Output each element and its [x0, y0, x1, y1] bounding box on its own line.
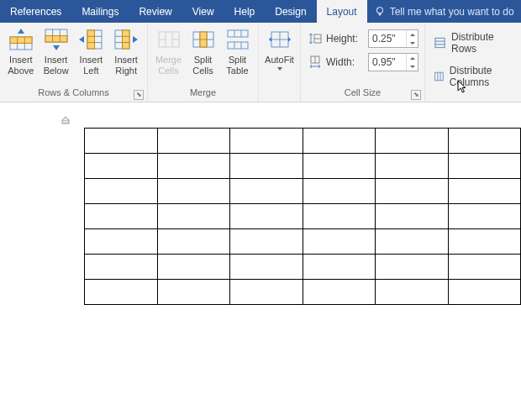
width-input-wrap[interactable] — [368, 53, 418, 71]
table-cell[interactable] — [157, 204, 230, 229]
table-cell[interactable] — [85, 179, 158, 204]
distribute-columns-button[interactable]: Distribute Columns — [434, 65, 518, 88]
table-cell[interactable] — [448, 179, 521, 204]
height-spin-down[interactable] — [407, 39, 418, 47]
table-cell[interactable] — [157, 129, 230, 154]
table-cell[interactable] — [376, 280, 449, 305]
table-row[interactable] — [85, 204, 521, 229]
svg-rect-27 — [123, 30, 130, 49]
table-cell[interactable] — [230, 179, 303, 204]
tab-layout[interactable]: Layout — [317, 0, 367, 23]
ribbon: InsertAbove InsertBelow — [0, 23, 521, 102]
group-rows-columns: InsertAbove InsertBelow — [0, 23, 148, 102]
table-cell[interactable] — [376, 204, 449, 229]
table-cell[interactable] — [157, 179, 230, 204]
width-spin-up[interactable] — [407, 54, 418, 62]
dropdown-arrow-icon — [277, 67, 282, 71]
table-cell[interactable] — [448, 154, 521, 179]
table-cell[interactable] — [376, 255, 449, 280]
split-cells-icon — [190, 27, 217, 52]
distribute-rows-button[interactable]: Distribute Rows — [434, 31, 518, 55]
table-row[interactable] — [85, 154, 521, 179]
table-cell[interactable] — [303, 154, 376, 179]
insert-below-button[interactable]: InsertBelow — [39, 24, 74, 76]
table-cell[interactable] — [448, 255, 521, 280]
table-cell[interactable] — [376, 129, 449, 154]
width-spin-down[interactable] — [407, 62, 418, 71]
table-cell[interactable] — [376, 154, 449, 179]
table-cell[interactable] — [85, 154, 158, 179]
table-cell[interactable] — [448, 204, 521, 229]
table-cell[interactable] — [303, 229, 376, 255]
insert-above-button[interactable]: InsertAbove — [3, 24, 39, 76]
table-cell[interactable] — [230, 204, 303, 229]
insert-left-button[interactable]: InsertLeft — [74, 24, 109, 76]
table-cell[interactable] — [303, 280, 376, 305]
table-cell[interactable] — [448, 280, 521, 305]
width-input[interactable] — [369, 56, 406, 68]
table-cell[interactable] — [85, 280, 158, 305]
table-cell[interactable] — [303, 179, 376, 204]
table-row[interactable] — [85, 129, 521, 154]
tell-me-search[interactable]: Tell me what you want to do — [367, 0, 521, 23]
table-cell[interactable] — [376, 229, 449, 255]
col-width-icon — [308, 55, 323, 70]
table-cell[interactable] — [157, 154, 230, 179]
group-merge: MergeCells SplitCells — [148, 23, 259, 102]
table-cell[interactable] — [85, 129, 158, 154]
group-distribute: Distribute Rows Distribute Columns — [425, 23, 521, 102]
svg-rect-44 — [228, 42, 248, 49]
table-cell[interactable] — [157, 229, 230, 255]
table-cell[interactable] — [85, 255, 158, 280]
tab-view[interactable]: View — [182, 0, 224, 23]
height-spin-up[interactable] — [407, 30, 418, 39]
table-cell[interactable] — [85, 229, 158, 255]
height-input[interactable] — [369, 33, 406, 45]
insert-above-icon — [8, 27, 34, 52]
table-row[interactable] — [85, 229, 521, 255]
table-row[interactable] — [85, 280, 521, 305]
split-table-button[interactable]: SplitTable — [220, 24, 255, 76]
tab-help[interactable]: Help — [224, 0, 266, 23]
autofit-icon — [266, 27, 293, 52]
autofit-button[interactable]: AutoFit — [262, 24, 297, 71]
svg-rect-20 — [87, 30, 95, 49]
tell-me-placeholder: Tell me what you want to do — [390, 6, 514, 18]
tab-design[interactable]: Design — [265, 0, 316, 23]
rows-columns-launcher[interactable]: ⬊ — [134, 90, 144, 100]
svg-rect-54 — [435, 38, 445, 47]
group-cell-size: Height: Width: — [301, 23, 425, 102]
table-cell[interactable] — [303, 204, 376, 229]
document-area[interactable] — [0, 102, 521, 420]
distribute-cols-icon — [434, 70, 445, 83]
table-cell[interactable] — [230, 154, 303, 179]
table-cell[interactable] — [230, 280, 303, 305]
table-row[interactable] — [85, 255, 521, 280]
table-cell[interactable] — [230, 229, 303, 255]
table-cell[interactable] — [85, 204, 158, 229]
table-cell[interactable] — [448, 229, 521, 255]
insert-right-button[interactable]: InsertRight — [108, 24, 144, 76]
table-cell[interactable] — [303, 129, 376, 154]
table-cell[interactable] — [376, 179, 449, 204]
table-cell[interactable] — [448, 129, 521, 154]
svg-rect-1 — [378, 13, 381, 15]
ruler-indent-icon — [61, 116, 70, 124]
tab-references[interactable]: References — [0, 0, 71, 23]
distribute-rows-icon — [434, 36, 446, 50]
table-cell[interactable] — [157, 255, 230, 280]
split-cells-button[interactable]: SplitCells — [186, 24, 220, 76]
height-input-wrap[interactable] — [368, 29, 418, 48]
document-table[interactable] — [84, 128, 521, 305]
table-cell[interactable] — [230, 129, 303, 154]
tab-mailings[interactable]: Mailings — [71, 0, 129, 23]
width-label: Width: — [326, 56, 365, 68]
table-cell[interactable] — [230, 255, 303, 280]
cell-size-launcher[interactable]: ⬊ — [411, 90, 421, 100]
tab-review[interactable]: Review — [129, 0, 182, 23]
table-cell[interactable] — [157, 280, 230, 305]
table-row[interactable] — [85, 179, 521, 204]
svg-rect-57 — [435, 72, 444, 81]
table-cell[interactable] — [303, 255, 376, 280]
svg-rect-6 — [10, 37, 32, 44]
